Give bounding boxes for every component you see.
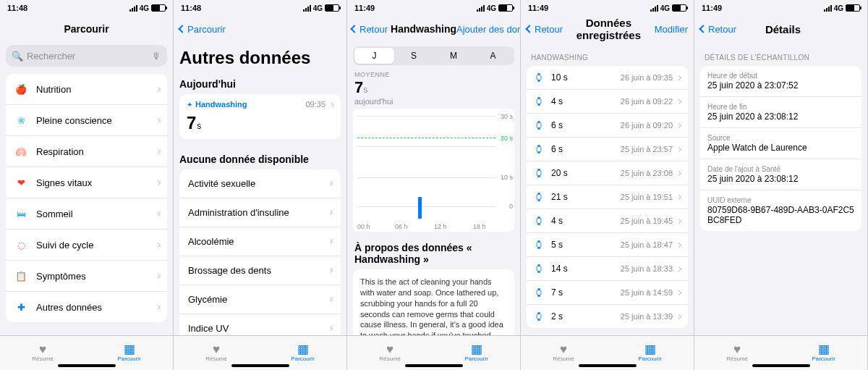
tab-browse[interactable]: ▦Parcourir (812, 343, 835, 362)
detail-row: Heure de fin25 juin 2020 à 23:08:12 (700, 97, 861, 128)
edit-button[interactable]: Modifier (655, 24, 688, 35)
page-title: Handwashing (388, 23, 456, 35)
page-title: Détails (736, 23, 830, 35)
signal-icon (650, 5, 658, 12)
goal-line (357, 138, 495, 138)
mic-icon[interactable]: 🎙 (152, 51, 161, 62)
record-row[interactable]: 20 s25 juin à 23:08 (527, 161, 688, 185)
record-row[interactable]: 4 s26 juin à 09:22 (527, 90, 688, 114)
category-mindfulness[interactable]: ❀ Pleine conscience (6, 105, 167, 136)
page-title: Autres données (174, 43, 346, 75)
svg-rect-19 (537, 216, 540, 218)
tab-browse[interactable]: ▦Parcourir (291, 343, 314, 362)
category-symptoms[interactable]: 📋 Symptômes (6, 261, 167, 292)
svg-rect-20 (537, 224, 540, 225)
watch-icon (534, 168, 544, 178)
row-glucose[interactable]: Glycémie (179, 285, 341, 314)
home-indicator[interactable] (752, 364, 810, 367)
heart-fill-icon: ♥ (560, 343, 567, 356)
back-button[interactable]: Parcourir (179, 24, 226, 35)
svg-rect-14 (537, 176, 540, 177)
category-cycle[interactable]: ◌ Suivi de cycle (6, 230, 167, 261)
grid-icon: ▦ (124, 343, 135, 356)
search-input[interactable]: 🔍 Rechercher 🎙 (6, 45, 167, 67)
record-row[interactable]: 7 s25 juin à 14:59 (527, 281, 688, 305)
svg-rect-11 (537, 152, 540, 154)
time-segment[interactable]: J S M A (353, 46, 514, 65)
status-time: 11:49 (702, 4, 722, 12)
category-list: 🍎 Nutrition ❀ Pleine conscience 🫁 Respir… (6, 74, 167, 322)
nav-bar: Retour Handwashing Ajouter des données (347, 14, 520, 43)
seg-week[interactable]: S (394, 48, 434, 64)
home-indicator[interactable] (231, 364, 289, 367)
record-row[interactable]: 21 s25 juin à 19:51 (527, 185, 688, 209)
nutrition-icon: 🍎 (13, 81, 29, 97)
watch-icon (534, 240, 544, 250)
screen-recorded-data: 11:49 4G Retour Données enregistrées Mod… (521, 0, 694, 370)
category-sleep[interactable]: 🛏 Sommeil (6, 198, 167, 230)
svg-rect-22 (537, 240, 540, 242)
status-time: 11:49 (354, 4, 375, 12)
category-vitals[interactable]: ❤ Signes vitaux (6, 167, 167, 198)
tab-summary[interactable]: ♥Résumé (726, 343, 748, 362)
svg-rect-24 (537, 266, 541, 272)
detail-row: Heure de début25 juin 2020 à 23:07:52 (700, 66, 861, 97)
row-toothbrushing[interactable]: Brossage des dents (179, 256, 341, 285)
seg-day[interactable]: J (354, 48, 394, 64)
row-alcohol[interactable]: Alcoolémie (179, 227, 341, 256)
avg-label: MOYENNE (354, 71, 513, 78)
svg-rect-25 (537, 264, 540, 266)
record-row[interactable]: 6 s25 juin à 23:57 (527, 138, 688, 161)
row-insulin[interactable]: Administration d'insuline (179, 198, 341, 227)
svg-rect-4 (537, 97, 540, 98)
handwashing-chart[interactable]: 30 s 20 s 10 s 0 00 h 06 h 12 h 18 h (353, 109, 514, 232)
record-row[interactable]: 2 s25 juin à 13:39 (527, 305, 688, 328)
row-uv-index[interactable]: Indice UV (179, 314, 341, 335)
tab-browse[interactable]: ▦Parcourir (464, 343, 488, 362)
back-button[interactable]: Retour (352, 24, 388, 35)
back-button[interactable]: Retour (527, 24, 563, 35)
nav-bar: Retour Données enregistrées Modifier (521, 14, 694, 43)
tab-browse[interactable]: ▦Parcourir (117, 343, 140, 362)
tab-summary[interactable]: ♥Résumé (32, 343, 54, 362)
category-nutrition[interactable]: 🍎 Nutrition (6, 74, 167, 105)
record-row[interactable]: 14 s25 juin à 18:33 (527, 257, 688, 281)
details-card: Heure de début25 juin 2020 à 23:07:52Heu… (700, 66, 861, 231)
tab-browse[interactable]: ▦Parcourir (638, 343, 661, 362)
back-button[interactable]: Retour (700, 24, 736, 35)
tab-summary[interactable]: ♥Résumé (553, 343, 574, 362)
cycle-icon: ◌ (13, 237, 29, 253)
symptoms-icon: 📋 (13, 268, 29, 284)
battery-icon (846, 4, 860, 12)
grid-icon: ▦ (297, 343, 309, 356)
about-title: À propos des données « Handwashing » (347, 232, 520, 269)
page-title: Données enregistrées (563, 17, 655, 41)
handwashing-card[interactable]: ✦ Handwashing 09:35 7s (179, 94, 341, 139)
detail-row: Date de l'ajout à Santé25 juin 2020 à 23… (700, 159, 861, 190)
record-row[interactable]: 4 s25 juin à 19:45 (527, 209, 688, 233)
section-header: DÉTAILS DE L'ÉCHANTILLON (694, 43, 867, 66)
seg-month[interactable]: M (434, 48, 474, 64)
status-bar: 11:49 4G (347, 0, 520, 14)
home-indicator[interactable] (58, 364, 116, 367)
row-sexual-activity[interactable]: Activité sexuelle (179, 169, 341, 198)
screen-other-data: 11:48 4G Parcourir Autres données Aujour… (174, 0, 347, 370)
home-indicator[interactable] (405, 364, 463, 367)
svg-rect-28 (537, 288, 540, 290)
tab-summary[interactable]: ♥Résumé (379, 343, 401, 362)
home-indicator[interactable] (579, 364, 637, 367)
battery-icon (325, 4, 339, 12)
heart-fill-icon: ♥ (386, 343, 393, 356)
category-other-data[interactable]: ✚ Autres données (6, 292, 167, 322)
record-row[interactable]: 6 s26 juin à 09:20 (527, 114, 688, 138)
tab-summary[interactable]: ♥Résumé (205, 343, 227, 362)
category-respiration[interactable]: 🫁 Respiration (6, 136, 167, 167)
nav-bar: Parcourir (174, 14, 346, 43)
record-row[interactable]: 5 s25 juin à 18:47 (527, 233, 688, 257)
signal-icon (824, 5, 832, 12)
mindfulness-icon: ❀ (13, 112, 29, 128)
record-row[interactable]: 10 s26 juin à 09:35 (527, 66, 688, 90)
add-data-button[interactable]: Ajouter des données (456, 24, 521, 35)
seg-year[interactable]: A (473, 48, 513, 64)
section-header: HANDWASHING (521, 43, 694, 66)
